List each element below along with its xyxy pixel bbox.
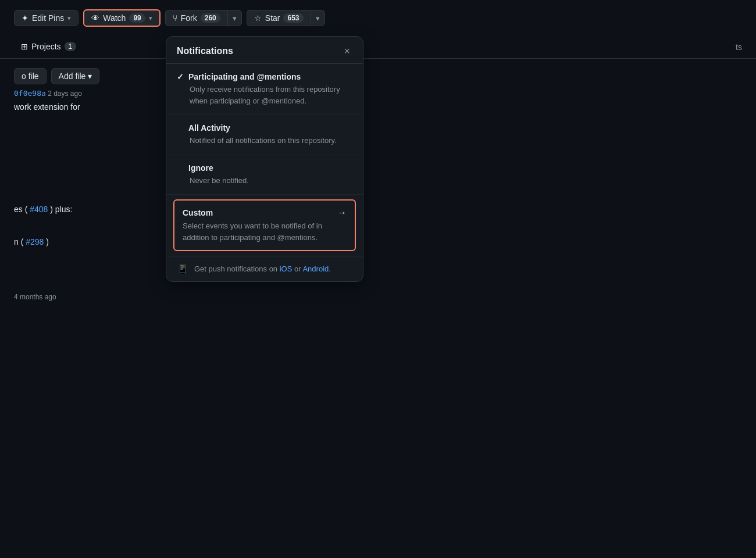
all-activity-description: Notified of all notifications on this re…: [177, 135, 352, 146]
edit-pins-button[interactable]: ✦ Edit Pins ▾: [14, 10, 79, 26]
close-icon: ×: [344, 45, 350, 57]
commit-info: 0f0e98a 2 days ago: [14, 89, 742, 98]
go-to-file-label: o file: [22, 71, 39, 81]
issue2-link[interactable]: #298: [26, 237, 44, 246]
participating-checkmark: ✓: [177, 72, 184, 81]
issue2-prefix: n (: [14, 237, 23, 246]
footer-prefix: Get push notifications on: [194, 264, 280, 273]
star-icon: ☆: [254, 13, 262, 23]
notification-item-custom[interactable]: Custom → Select events you want to be no…: [173, 199, 356, 251]
notification-item-ignore[interactable]: ✓ Ignore Never be notified.: [166, 155, 363, 195]
projects-count: 1: [65, 42, 77, 51]
projects-table-icon: ⊞: [21, 42, 28, 51]
issue1-context: es (: [14, 205, 27, 214]
star-label: Star: [265, 13, 280, 23]
fork-button[interactable]: ⑂ Fork 260: [165, 10, 227, 26]
fork-chevron-button[interactable]: ▾: [227, 10, 242, 26]
issue1-suffix: ) plus:: [50, 205, 72, 214]
commit-time: 2 days ago: [48, 90, 82, 98]
issue2-suffix: ): [46, 237, 49, 246]
watch-label: Watch: [103, 13, 126, 23]
issue1-text-block: es ( #408 ) plus:: [14, 205, 742, 214]
watch-button[interactable]: 👁 Watch 99 ▾: [83, 9, 161, 27]
time-ago: 4 months ago: [14, 293, 56, 301]
add-file-label: Add file: [59, 71, 86, 81]
tab-suffix-text: ts: [736, 42, 742, 52]
projects-label: Projects: [31, 42, 61, 51]
description-text: work extension for: [14, 102, 742, 112]
toolbar: ✦ Edit Pins ▾ 👁 Watch 99 ▾ ⑂ Fork 260 ▾ …: [0, 0, 756, 36]
file-actions: o file Add file ▾: [14, 68, 742, 84]
custom-description: Select events you want to be notified of…: [183, 220, 347, 243]
fork-label: Fork: [181, 13, 197, 23]
all-activity-title: All Activity: [188, 123, 230, 133]
pin-icon: ✦: [22, 13, 28, 23]
participating-description: Only receive notifications from this rep…: [177, 84, 352, 106]
star-count: 653: [283, 13, 303, 23]
add-file-chevron: ▾: [88, 71, 92, 81]
or-text: or: [292, 264, 302, 273]
android-link[interactable]: Android: [302, 264, 329, 273]
notifications-dropdown: Notifications × ✓ Participating and @men…: [166, 36, 363, 282]
fork-group: ⑂ Fork 260 ▾: [165, 10, 242, 26]
dropdown-footer: 📱 Get push notifications on iOS or Andro…: [166, 256, 363, 281]
ios-link[interactable]: iOS: [280, 264, 293, 273]
star-group: ☆ Star 653 ▾: [247, 10, 325, 26]
content-area: o file Add file ▾ 0f0e98a 2 days ago wor…: [0, 59, 756, 310]
dropdown-header: Notifications ×: [166, 37, 363, 64]
edit-pins-chevron: ▾: [67, 15, 71, 22]
time-ago-text: 4 months ago: [14, 293, 742, 301]
footer-text: Get push notifications on iOS or Android…: [194, 264, 331, 273]
dropdown-title: Notifications: [177, 46, 233, 56]
star-chevron-button[interactable]: ▾: [311, 10, 325, 26]
fork-count: 260: [201, 13, 220, 23]
go-to-file-button[interactable]: o file: [14, 68, 47, 84]
close-button[interactable]: ×: [341, 45, 352, 58]
commit-hash: 0f0e98a: [14, 89, 46, 98]
ignore-description: Never be notified.: [177, 175, 352, 187]
add-file-button[interactable]: Add file ▾: [51, 68, 100, 84]
watch-count: 99: [129, 13, 145, 23]
participating-title: Participating and @mentions: [188, 72, 301, 81]
all-activity-header: ✓ All Activity: [177, 123, 352, 133]
tab-projects[interactable]: ⊞ Projects 1: [14, 36, 83, 58]
ignore-title: Ignore: [188, 163, 213, 173]
custom-arrow-icon: →: [337, 208, 347, 218]
issue2-text-block: n ( #298 ): [14, 237, 742, 246]
eye-icon: 👁: [91, 13, 99, 23]
period-text: .: [329, 264, 331, 273]
description: work extension for: [14, 102, 80, 112]
star-button[interactable]: ☆ Star 653: [247, 10, 311, 26]
ignore-header: ✓ Ignore: [177, 163, 352, 173]
issue1-link[interactable]: #408: [30, 205, 48, 214]
participating-header: ✓ Participating and @mentions: [177, 72, 352, 81]
phone-icon: 📱: [177, 263, 188, 274]
notification-item-participating[interactable]: ✓ Participating and @mentions Only recei…: [166, 64, 363, 115]
fork-icon: ⑂: [173, 13, 177, 23]
custom-title: Custom: [183, 208, 213, 217]
custom-item-row: Custom →: [183, 208, 347, 218]
nav-row: ⊞ Projects 1 ts: [0, 36, 756, 59]
edit-pins-label: Edit Pins: [32, 13, 64, 23]
notification-item-all-activity[interactable]: ✓ All Activity Notified of all notificat…: [166, 115, 363, 155]
watch-chevron: ▾: [149, 15, 152, 22]
